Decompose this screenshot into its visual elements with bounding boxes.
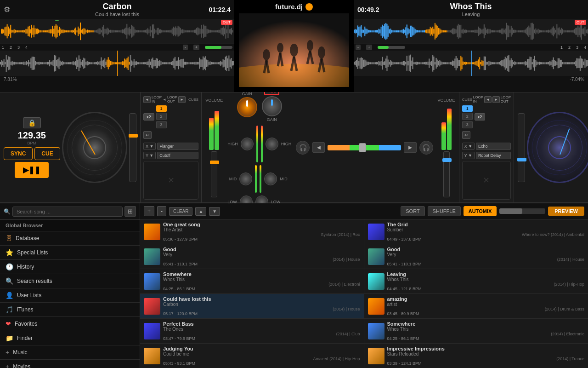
sync-left[interactable]: SYNC	[4, 147, 33, 160]
play-left[interactable]: ▶❚❚	[15, 162, 49, 178]
song-info: amazing artist (2014) | Drum & Bass 03:4…	[387, 296, 585, 316]
loop-back-left[interactable]: ↩	[143, 131, 152, 139]
clear-btn[interactable]: CLEAR	[169, 207, 192, 216]
cue-3-right[interactable]: 3	[462, 121, 473, 128]
loop-out-left[interactable]: ►	[178, 96, 186, 103]
vol-strip-bar[interactable]	[499, 208, 545, 214]
eq-mid-right[interactable]	[264, 172, 277, 185]
vol-plus-left[interactable]: +	[193, 45, 199, 50]
cue-1-right[interactable]: 1	[462, 105, 473, 112]
minus-btn[interactable]: -	[157, 206, 166, 216]
song-title: Good	[387, 247, 585, 252]
eq-mid-left[interactable]	[239, 172, 252, 185]
headphone-left[interactable]: 🎧	[296, 141, 310, 155]
cue-left[interactable]: CUE	[34, 147, 60, 160]
gain-label: GAIN	[242, 92, 252, 96]
loop-back-right[interactable]: ↩	[462, 131, 470, 139]
sidebar-item-movies[interactable]: + Movies	[0, 360, 140, 368]
automix-btn[interactable]: AUTOMIX	[464, 206, 497, 216]
eq-high-right[interactable]	[266, 138, 278, 150]
song-artist: Whos This	[163, 277, 360, 282]
crossfader-strip[interactable]	[328, 145, 401, 150]
song-thumbnail	[368, 298, 384, 315]
lock-left[interactable]: 🔒	[23, 117, 41, 128]
sidebar-item-user-lists[interactable]: 👤 User Lists	[0, 288, 140, 303]
song-row[interactable]: Good Very (2014) | House 05:41 - 110.1 B…	[364, 244, 588, 269]
song-row[interactable]: Somewhere Whos This (2014) | Electroni 0…	[140, 269, 364, 294]
deck-left-waveform-top: OUT	[0, 19, 234, 44]
add-icon[interactable]: ⊞	[124, 206, 136, 217]
turntable-right[interactable]	[527, 112, 588, 183]
arr-down-btn[interactable]: ▼	[209, 207, 220, 216]
sidebar-item-history[interactable]: 🕐 History	[0, 260, 140, 274]
search-input[interactable]	[12, 207, 123, 217]
song-row[interactable]: One great song The Artist Synkron (2014)…	[140, 219, 364, 244]
gain-knob-right[interactable]	[262, 96, 282, 116]
song-row[interactable]: amazing artist (2014) | Drum & Bass 03:4…	[364, 294, 588, 319]
pitch-slider-right[interactable]	[518, 113, 525, 182]
x2-right[interactable]: x2	[475, 113, 486, 121]
song-artist: Sumber	[387, 227, 585, 232]
song-meta: (2014) | Electronic	[387, 332, 585, 336]
song-row[interactable]: The Grid Sumber Where to now? (2014) | A…	[364, 219, 588, 244]
arr-up-btn[interactable]: ▲	[195, 207, 206, 216]
vol-fader-right[interactable]	[443, 151, 450, 197]
pitch-slider-left[interactable]	[129, 113, 136, 182]
vol-fader-left[interactable]	[211, 151, 217, 197]
x2-left[interactable]: x2	[143, 113, 154, 121]
cue-1-left[interactable]: 1	[156, 105, 167, 112]
history-icon: 🕐	[6, 263, 13, 270]
itunes-icon: 🎵	[6, 306, 13, 313]
sidebar-item-special-lists[interactable]: ⭐ Special Lists	[0, 246, 140, 260]
turntable-left[interactable]	[62, 112, 127, 183]
cue-2-left[interactable]: 2	[156, 113, 167, 120]
loop-in-left[interactable]: ◄	[143, 96, 151, 103]
song-bpm: 03:39 - 124.1 BPM	[387, 361, 585, 366]
plus-btn[interactable]: +	[144, 206, 154, 216]
y-left[interactable]: Y ▼	[143, 152, 156, 159]
sidebar-item-search-results[interactable]: 🔍 Search results	[0, 274, 140, 288]
song-row[interactable]: Impressive Impressions Stars Reloaded (2…	[364, 344, 588, 368]
effect-pad-left[interactable]: ✕	[143, 161, 198, 200]
vol-plus-right[interactable]: +	[366, 45, 372, 50]
gain-knob-left[interactable]	[237, 97, 257, 117]
headphone-right[interactable]: 🎧	[419, 141, 433, 155]
sidebar-item-finder[interactable]: 📁 Finder	[0, 331, 140, 345]
sidebar-item-favorites[interactable]: ❤ Favorites	[0, 317, 140, 331]
shuffle-btn[interactable]: SHUFFLE	[428, 206, 461, 216]
loop-in-right[interactable]: ◄	[484, 96, 492, 103]
song-meta: (2014) | House	[163, 307, 360, 311]
song-row[interactable]: Perfect Bass The Ones (2014) | Club 03:4…	[140, 319, 364, 344]
vu-left	[209, 104, 219, 150]
sort-btn[interactable]: SORT	[401, 206, 424, 216]
preview-image	[239, 13, 349, 87]
song-info: Somewhere Whos This (2014) | Electroni 0…	[163, 271, 360, 291]
song-row[interactable]: Good Very (2014) | House 05:41 - 110.1 B…	[140, 244, 364, 269]
eq-high-left[interactable]	[241, 138, 254, 150]
vol-minus-right[interactable]: -	[356, 45, 361, 50]
settings-icon[interactable]: ⚙	[4, 5, 10, 14]
sidebar-item-database[interactable]: 🗄 Database	[0, 231, 140, 246]
y-right[interactable]: Y ▼	[462, 152, 475, 159]
song-row[interactable]: Leaving Whos This (2014) | Hip-Hop 04:45…	[364, 269, 588, 294]
cue-2-right[interactable]: 2	[462, 113, 473, 120]
loop-out-right[interactable]: ►	[492, 96, 500, 103]
cue-3-left[interactable]: 3	[156, 121, 167, 128]
x-right[interactable]: X ▼	[462, 143, 475, 150]
song-artist: Could be me	[163, 351, 360, 356]
sidebar-item-music[interactable]: + Music	[0, 345, 140, 360]
next-btn[interactable]: ►	[404, 142, 416, 153]
preview-btn[interactable]: PREVIEW	[548, 207, 584, 216]
finder-icon: 📁	[6, 334, 13, 342]
vol-minus-left[interactable]: -	[183, 45, 188, 50]
prev-btn[interactable]: ◄	[312, 142, 325, 153]
effect-pad-right[interactable]: ✕	[462, 161, 511, 200]
song-bpm: 04:25 - 86.1 BPM	[387, 336, 585, 341]
song-row[interactable]: Could have lost this Carbon (2014) | Hou…	[140, 294, 364, 319]
song-info: The Grid Sumber Where to now? (2014) | A…	[387, 222, 585, 242]
sidebar-item-itunes[interactable]: 🎵 iTunes	[0, 303, 140, 317]
sidebar-label-itunes: iTunes	[17, 306, 34, 313]
song-row[interactable]: Judging You Could be me Amazed (2014) | …	[140, 344, 364, 368]
x-left[interactable]: X ▼	[143, 143, 156, 150]
song-row[interactable]: Somewhere Whos This (2014) | Electronic …	[364, 319, 588, 344]
